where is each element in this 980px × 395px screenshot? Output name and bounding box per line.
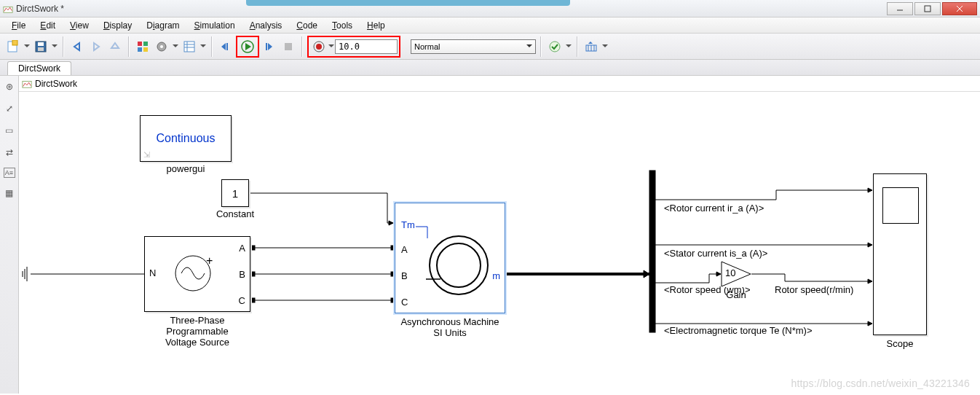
simulation-mode-value: Normal <box>414 42 440 51</box>
menu-view[interactable]: View <box>63 19 96 32</box>
minimize-button[interactable] <box>887 2 913 15</box>
machine-port-c: C <box>401 297 408 308</box>
svg-rect-15 <box>138 47 142 52</box>
model-explorer-dropdown[interactable] <box>199 42 207 50</box>
block-scope[interactable]: Scope <box>873 173 927 335</box>
signal-torque: <Electromagnetic torque Te (N*m)> <box>664 325 813 336</box>
zoom-icon[interactable]: ⤢ <box>3 102 16 115</box>
record-button[interactable] <box>310 38 328 55</box>
svg-rect-8 <box>38 42 44 46</box>
stop-button[interactable] <box>280 38 297 55</box>
svg-point-32 <box>550 42 560 52</box>
palette-strip: ⊛ ⤢ ▭ ⇄ A≡ ▦ <box>0 76 19 394</box>
svg-marker-26 <box>245 43 251 50</box>
source-port-a: A <box>239 243 245 254</box>
step-forward-button[interactable] <box>261 38 278 55</box>
menu-edit[interactable]: Edit <box>33 19 63 32</box>
annotation-icon[interactable]: A≡ <box>4 168 15 178</box>
scope-label: Scope <box>820 339 980 350</box>
menu-code[interactable]: Code <box>289 19 325 32</box>
menu-simulation[interactable]: Simulation <box>187 19 242 32</box>
menu-help[interactable]: Help <box>360 19 392 32</box>
svg-marker-60 <box>868 321 872 326</box>
svg-marker-37 <box>588 42 593 44</box>
block-source[interactable]: N + A B C Three-Phase Programmable Volta… <box>144 236 250 312</box>
svg-marker-10 <box>74 43 79 50</box>
save-button[interactable] <box>32 38 50 55</box>
powergui-label: powergui <box>106 164 266 175</box>
model-explorer-button[interactable] <box>181 38 198 55</box>
new-dropdown[interactable] <box>23 42 31 50</box>
constant-value: 1 <box>222 180 248 206</box>
svg-marker-12 <box>111 43 119 48</box>
new-button[interactable] <box>4 38 22 55</box>
svg-marker-57 <box>868 243 872 247</box>
app-icon <box>3 4 13 14</box>
svg-rect-6 <box>12 40 17 45</box>
powergui-text: Continuous <box>141 116 231 161</box>
autoroute-icon[interactable]: ⇄ <box>3 146 16 159</box>
check-button[interactable] <box>546 38 564 55</box>
svg-rect-13 <box>138 42 142 46</box>
svg-marker-11 <box>94 43 99 50</box>
powergui-link-icon: ⇲ <box>143 150 150 160</box>
stop-time-input[interactable] <box>335 39 398 54</box>
forward-button[interactable] <box>87 38 105 55</box>
run-highlight <box>236 36 259 58</box>
svg-marker-59 <box>868 279 872 283</box>
close-button[interactable] <box>942 2 977 15</box>
source-port-c: C <box>239 295 245 306</box>
block-gain[interactable]: 10 Gain <box>721 261 751 287</box>
back-button[interactable] <box>68 38 86 55</box>
machine-port-b: B <box>401 270 408 281</box>
svg-rect-24 <box>226 43 228 50</box>
menu-display[interactable]: Display <box>96 19 139 32</box>
menu-diagram[interactable]: Diagram <box>139 19 186 32</box>
build-dropdown[interactable] <box>601 42 609 50</box>
menu-tools[interactable]: Tools <box>325 19 360 32</box>
run-button[interactable] <box>239 38 256 55</box>
svg-rect-49 <box>250 298 255 302</box>
check-dropdown[interactable] <box>565 42 572 50</box>
menu-analysis[interactable]: Analysis <box>242 19 290 32</box>
svg-rect-16 <box>143 47 148 52</box>
scope-screen <box>882 187 919 224</box>
svg-rect-27 <box>266 43 267 50</box>
gain-value: 10 <box>725 267 735 278</box>
block-machine[interactable]: Tm A B C m Asynchronous Machine SI Units <box>395 203 505 313</box>
step-back-button[interactable] <box>217 38 234 55</box>
svg-marker-54 <box>644 270 649 278</box>
model-config-button[interactable] <box>153 38 170 55</box>
simulation-mode-select[interactable]: Normal <box>411 39 536 54</box>
diagram-canvas[interactable]: Continuous ⇲ powergui 1 Constant N + A B… <box>19 92 980 394</box>
up-button[interactable] <box>106 38 124 55</box>
gain-label: Gain <box>656 290 816 301</box>
svg-point-66 <box>437 243 481 287</box>
constant-label: Constant <box>155 209 315 220</box>
image-icon[interactable]: ▦ <box>3 187 16 200</box>
save-dropdown[interactable] <box>51 42 58 50</box>
maximize-button[interactable] <box>914 2 941 15</box>
model-config-dropdown[interactable] <box>172 42 179 50</box>
source-label: Three-Phase Programmable Voltage Source <box>117 316 277 348</box>
breadcrumb-model[interactable]: DirctSwork <box>35 79 77 89</box>
block-powergui[interactable]: Continuous ⇲ powergui <box>140 115 232 162</box>
build-button[interactable] <box>582 38 600 55</box>
signal-rotor-current: <Rotor current ir_a (A)> <box>664 203 764 214</box>
watermark: https://blog.csdn.net/weixin_43221346 <box>791 378 970 389</box>
library-button[interactable] <box>134 38 151 55</box>
nav-collapse-icon[interactable]: ⊛ <box>3 80 16 93</box>
svg-rect-19 <box>184 42 194 52</box>
svg-rect-14 <box>143 42 148 46</box>
model-icon <box>22 79 32 89</box>
svg-marker-23 <box>221 43 226 50</box>
fit-icon[interactable]: ▭ <box>3 124 16 137</box>
machine-port-m: m <box>492 270 500 281</box>
record-highlight <box>307 36 400 58</box>
machine-icon <box>426 232 491 298</box>
menu-file[interactable]: File <box>4 19 33 32</box>
svg-point-18 <box>160 45 163 48</box>
tab-model[interactable]: DirctSwork <box>7 61 71 75</box>
record-dropdown[interactable] <box>328 42 335 50</box>
block-constant[interactable]: 1 Constant <box>221 179 249 207</box>
